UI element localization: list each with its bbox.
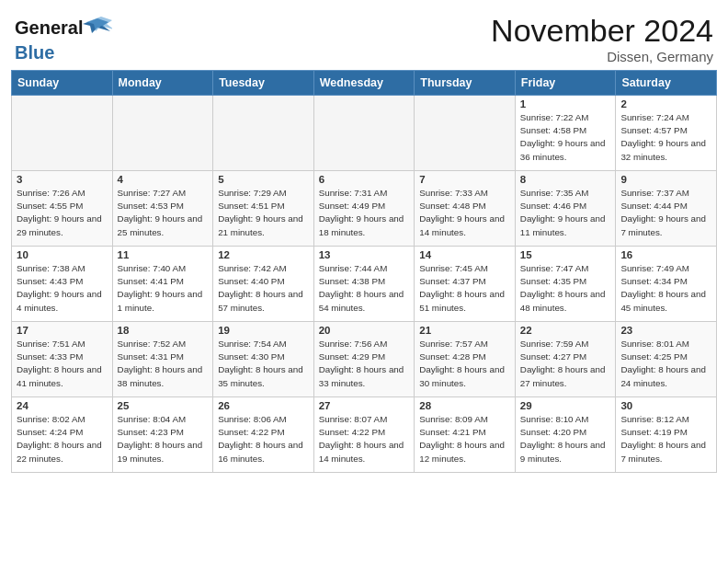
day-info: Sunrise: 7:33 AM Sunset: 4:48 PM Dayligh…: [419, 187, 510, 239]
day-info: Sunrise: 7:44 AM Sunset: 4:38 PM Dayligh…: [319, 262, 410, 315]
page-container: General Blue November 2024 Dissen, Germa…: [0, 0, 728, 563]
day-number: 4: [118, 174, 209, 185]
col-friday: Friday: [515, 71, 616, 96]
calendar-day-cell: 25Sunrise: 8:04 AM Sunset: 4:23 PM Dayli…: [112, 397, 213, 473]
calendar-day-cell: 10Sunrise: 7:38 AM Sunset: 4:43 PM Dayli…: [12, 247, 113, 322]
calendar-day-cell: 17Sunrise: 7:51 AM Sunset: 4:33 PM Dayli…: [12, 322, 113, 397]
calendar-day-cell: [415, 96, 516, 171]
day-number: 10: [17, 249, 108, 260]
day-number: 6: [319, 174, 410, 185]
calendar-day-cell: 4Sunrise: 7:27 AM Sunset: 4:53 PM Daylig…: [112, 171, 213, 247]
day-info: Sunrise: 7:47 AM Sunset: 4:35 PM Dayligh…: [520, 262, 611, 315]
calendar-day-cell: 13Sunrise: 7:44 AM Sunset: 4:38 PM Dayli…: [313, 247, 415, 322]
logo-bird-icon: [83, 13, 112, 42]
day-number: 25: [118, 400, 209, 411]
day-info: Sunrise: 7:56 AM Sunset: 4:29 PM Dayligh…: [319, 338, 410, 390]
day-info: Sunrise: 8:09 AM Sunset: 4:21 PM Dayligh…: [419, 413, 510, 465]
day-number: 2: [620, 98, 711, 109]
calendar-day-cell: 28Sunrise: 8:09 AM Sunset: 4:21 PM Dayli…: [415, 397, 516, 473]
calendar-day-cell: [112, 96, 213, 171]
day-info: Sunrise: 7:59 AM Sunset: 4:27 PM Dayligh…: [520, 338, 611, 390]
day-number: 19: [218, 325, 309, 336]
day-info: Sunrise: 7:54 AM Sunset: 4:30 PM Dayligh…: [218, 338, 309, 390]
calendar-day-cell: 29Sunrise: 8:10 AM Sunset: 4:20 PM Dayli…: [515, 397, 616, 473]
location: Dissen, Germany: [491, 49, 713, 64]
day-info: Sunrise: 7:52 AM Sunset: 4:31 PM Dayligh…: [118, 338, 209, 390]
calendar-day-cell: 14Sunrise: 7:45 AM Sunset: 4:37 PM Dayli…: [415, 247, 516, 322]
calendar-day-cell: 7Sunrise: 7:33 AM Sunset: 4:48 PM Daylig…: [415, 171, 516, 247]
calendar-day-cell: 23Sunrise: 8:01 AM Sunset: 4:25 PM Dayli…: [616, 322, 717, 397]
calendar-day-cell: 22Sunrise: 7:59 AM Sunset: 4:27 PM Dayli…: [515, 322, 616, 397]
day-info: Sunrise: 7:27 AM Sunset: 4:53 PM Dayligh…: [118, 187, 209, 239]
calendar-day-cell: 9Sunrise: 7:37 AM Sunset: 4:44 PM Daylig…: [616, 171, 717, 247]
calendar-week-row: 10Sunrise: 7:38 AM Sunset: 4:43 PM Dayli…: [12, 247, 717, 322]
day-number: 9: [620, 174, 711, 185]
col-monday: Monday: [112, 71, 213, 96]
day-number: 11: [118, 249, 209, 260]
calendar-day-cell: 16Sunrise: 7:49 AM Sunset: 4:34 PM Dayli…: [616, 247, 717, 322]
calendar-day-cell: 6Sunrise: 7:31 AM Sunset: 4:49 PM Daylig…: [313, 171, 415, 247]
day-info: Sunrise: 7:42 AM Sunset: 4:40 PM Dayligh…: [218, 262, 309, 315]
calendar-day-cell: 19Sunrise: 7:54 AM Sunset: 4:30 PM Dayli…: [213, 322, 314, 397]
calendar-header-row: Sunday Monday Tuesday Wednesday Thursday…: [12, 71, 717, 96]
day-info: Sunrise: 8:04 AM Sunset: 4:23 PM Dayligh…: [118, 413, 209, 465]
calendar-day-cell: 30Sunrise: 8:12 AM Sunset: 4:19 PM Dayli…: [616, 397, 717, 473]
day-info: Sunrise: 7:37 AM Sunset: 4:44 PM Dayligh…: [620, 187, 711, 239]
calendar-week-row: 3Sunrise: 7:26 AM Sunset: 4:55 PM Daylig…: [12, 171, 717, 247]
day-info: Sunrise: 8:10 AM Sunset: 4:20 PM Dayligh…: [520, 413, 611, 465]
day-info: Sunrise: 8:01 AM Sunset: 4:25 PM Dayligh…: [620, 338, 711, 390]
day-number: 23: [620, 325, 711, 336]
col-sunday: Sunday: [12, 71, 113, 96]
calendar-day-cell: 2Sunrise: 7:24 AM Sunset: 4:57 PM Daylig…: [616, 96, 717, 171]
month-title: November 2024: [491, 13, 713, 49]
calendar-container: Sunday Monday Tuesday Wednesday Thursday…: [0, 70, 728, 473]
day-info: Sunrise: 8:06 AM Sunset: 4:22 PM Dayligh…: [218, 413, 309, 465]
day-info: Sunrise: 7:24 AM Sunset: 4:57 PM Dayligh…: [620, 111, 711, 164]
day-info: Sunrise: 7:38 AM Sunset: 4:43 PM Dayligh…: [17, 262, 108, 315]
calendar-week-row: 1Sunrise: 7:22 AM Sunset: 4:58 PM Daylig…: [12, 96, 717, 171]
day-number: 16: [620, 249, 711, 260]
calendar-day-cell: 15Sunrise: 7:47 AM Sunset: 4:35 PM Dayli…: [515, 247, 616, 322]
calendar-day-cell: 3Sunrise: 7:26 AM Sunset: 4:55 PM Daylig…: [12, 171, 113, 247]
day-number: 28: [419, 400, 510, 411]
calendar-day-cell: [213, 96, 314, 171]
logo-general: General: [15, 17, 83, 38]
col-saturday: Saturday: [616, 71, 717, 96]
day-number: 20: [319, 325, 410, 336]
day-number: 5: [218, 174, 309, 185]
day-info: Sunrise: 7:51 AM Sunset: 4:33 PM Dayligh…: [17, 338, 108, 390]
day-info: Sunrise: 8:07 AM Sunset: 4:22 PM Dayligh…: [319, 413, 410, 465]
day-number: 27: [319, 400, 410, 411]
day-number: 26: [218, 400, 309, 411]
col-thursday: Thursday: [415, 71, 516, 96]
day-number: 21: [419, 325, 510, 336]
calendar-week-row: 24Sunrise: 8:02 AM Sunset: 4:24 PM Dayli…: [12, 397, 717, 473]
day-number: 29: [520, 400, 611, 411]
day-number: 7: [419, 174, 510, 185]
day-number: 22: [520, 325, 611, 336]
calendar-day-cell: 21Sunrise: 7:57 AM Sunset: 4:28 PM Dayli…: [415, 322, 516, 397]
day-number: 18: [118, 325, 209, 336]
day-info: Sunrise: 7:49 AM Sunset: 4:34 PM Dayligh…: [620, 262, 711, 315]
day-info: Sunrise: 7:22 AM Sunset: 4:58 PM Dayligh…: [520, 111, 611, 164]
logo-blue: Blue: [15, 42, 54, 63]
day-number: 14: [419, 249, 510, 260]
page-header: General Blue November 2024 Dissen, Germa…: [0, 0, 728, 70]
day-info: Sunrise: 7:31 AM Sunset: 4:49 PM Dayligh…: [319, 187, 410, 239]
calendar-table: Sunday Monday Tuesday Wednesday Thursday…: [11, 70, 717, 473]
calendar-day-cell: 26Sunrise: 8:06 AM Sunset: 4:22 PM Dayli…: [213, 397, 314, 473]
day-number: 13: [319, 249, 410, 260]
calendar-day-cell: [313, 96, 415, 171]
day-info: Sunrise: 8:12 AM Sunset: 4:19 PM Dayligh…: [620, 413, 711, 465]
calendar-day-cell: 24Sunrise: 8:02 AM Sunset: 4:24 PM Dayli…: [12, 397, 113, 473]
day-info: Sunrise: 7:35 AM Sunset: 4:46 PM Dayligh…: [520, 187, 611, 239]
calendar-day-cell: 12Sunrise: 7:42 AM Sunset: 4:40 PM Dayli…: [213, 247, 314, 322]
calendar-week-row: 17Sunrise: 7:51 AM Sunset: 4:33 PM Dayli…: [12, 322, 717, 397]
day-number: 3: [17, 174, 108, 185]
day-number: 24: [17, 400, 108, 411]
day-info: Sunrise: 7:26 AM Sunset: 4:55 PM Dayligh…: [17, 187, 108, 239]
calendar-day-cell: 1Sunrise: 7:22 AM Sunset: 4:58 PM Daylig…: [515, 96, 616, 171]
day-number: 15: [520, 249, 611, 260]
calendar-day-cell: 18Sunrise: 7:52 AM Sunset: 4:31 PM Dayli…: [112, 322, 213, 397]
day-number: 12: [218, 249, 309, 260]
